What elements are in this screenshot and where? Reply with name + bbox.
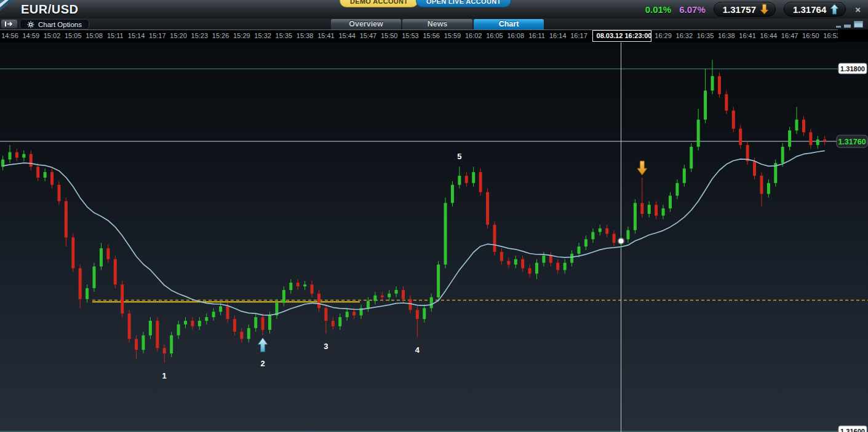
change-percent: 0.01% [645,4,672,15]
candlestick-chart[interactable]: 123451.318101.318001.317901.317801.31770… [0,42,868,432]
medium-layout-icon[interactable] [844,25,851,28]
small-layout-icon[interactable] [836,26,841,28]
time-axis: 14:5614:5915:0215:0515:0815:1115:1415:17… [0,29,838,42]
close-icon[interactable]: × [854,4,862,15]
svg-text:1.31760: 1.31760 [838,138,866,146]
collapse-arrow-icon [4,21,14,27]
wave-number-label: 4 [415,345,420,355]
buy-price-button[interactable]: 1.31764 [784,2,846,17]
header-bar: EUR/USD DEMO ACCOUNT OPEN LIVE ACCOUNT 0… [0,0,868,18]
sell-price-button[interactable]: 1.31757 [714,2,776,17]
sell-signal-arrow-icon [637,161,647,175]
demo-account-button[interactable]: DEMO ACCOUNT [340,0,418,7]
tab-news[interactable]: News [402,19,472,29]
buy-signal-arrow-icon [258,338,268,352]
view-tabs: Overview News Chart [331,19,544,29]
cursor-dot [619,238,624,243]
range-percent: 6.07% [679,4,706,15]
large-layout-icon[interactable] [854,21,863,28]
instrument-title: EUR/USD [21,2,79,17]
time-tick: 16:53 [818,32,838,39]
tab-bar: Chart Options Overview News Chart [0,18,868,29]
wave-number-label: 1 [162,371,167,380]
moving-average-line [3,151,825,315]
buy-price-value: 1.31764 [793,4,826,15]
collapse-sidebar-button[interactable] [1,20,17,28]
gear-icon [27,21,34,28]
tab-overview[interactable]: Overview [331,19,401,29]
platform-logo-icon [0,0,18,14]
tab-chart[interactable]: Chart [474,19,544,29]
chart-options-button[interactable]: Chart Options [20,19,89,29]
wave-number-label: 5 [457,152,461,161]
trading-chart-window: EUR/USD DEMO ACCOUNT OPEN LIVE ACCOUNT 0… [0,0,868,432]
price-axis: 1.318101.318001.317901.317801.317701.317… [837,63,867,432]
wave-number-label: 3 [324,342,328,351]
candles [1,60,826,363]
chart-options-label: Chart Options [38,21,82,28]
wave-number-label: 2 [261,359,265,368]
svg-text:1.31800: 1.31800 [840,65,865,73]
chart-size-controls [836,21,863,28]
open-live-account-button[interactable]: OPEN LIVE ACCOUNT [416,0,511,7]
cursor-timestamp-box: 08.03.12 16:23:00 [592,30,651,42]
svg-text:1.31600: 1.31600 [840,428,865,432]
arrow-up-icon [830,4,839,15]
arrow-down-icon [760,4,769,15]
sell-price-value: 1.31757 [723,4,756,15]
